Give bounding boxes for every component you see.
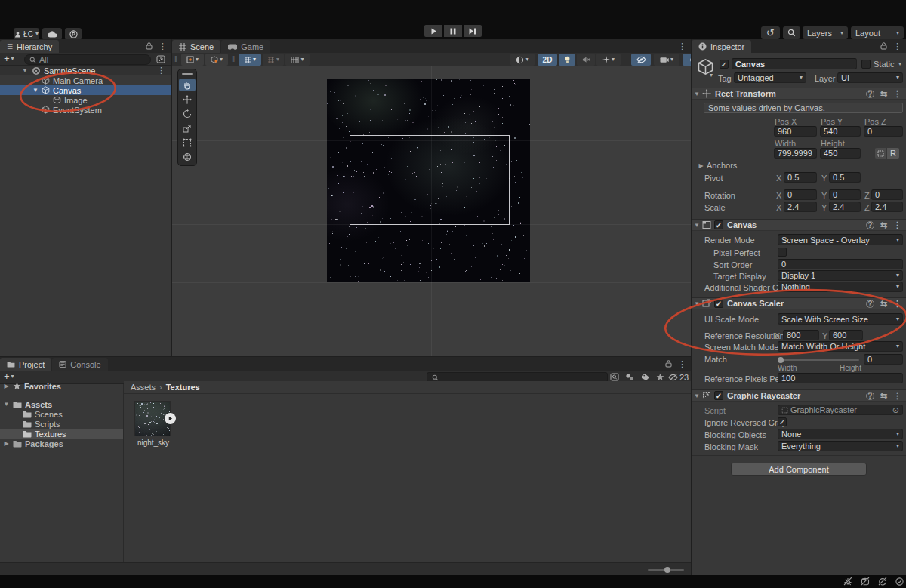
hierarchy-search[interactable]: [24, 54, 151, 65]
layout-dropdown[interactable]: Layout ▾: [851, 26, 904, 39]
tools-drag-handle[interactable]: [182, 73, 193, 75]
hierarchy-add-button[interactable]: + ▾: [4, 54, 14, 63]
kebab-menu-icon[interactable]: ⋮: [678, 42, 686, 51]
lock-icon[interactable]: [880, 42, 887, 50]
thumbnail-size-slider[interactable]: [648, 569, 684, 571]
tab-console[interactable]: Console: [52, 358, 107, 371]
tab-game[interactable]: Game: [221, 40, 270, 53]
move-tool[interactable]: [179, 93, 196, 106]
kebab-menu-icon[interactable]: ⋮: [893, 299, 901, 309]
kebab-menu-icon[interactable]: ⋮: [678, 359, 686, 369]
scale-z-field[interactable]: 2.4: [871, 202, 903, 212]
presets-icon[interactable]: ⇆: [880, 220, 887, 230]
foldout-icon[interactable]: ▼: [692, 393, 702, 399]
kebab-menu-icon[interactable]: ⋮: [159, 42, 167, 51]
chevron-down-icon[interactable]: ▾: [898, 61, 901, 67]
blocking-mask-dropdown[interactable]: Everything▾: [778, 441, 903, 451]
pivot-y-field[interactable]: 0.5: [829, 172, 861, 183]
hierarchy-row-canvas[interactable]: ▼ Canvas: [0, 85, 171, 95]
scale-y-field[interactable]: 2.4: [829, 202, 861, 212]
asset-type-filter-icon[interactable]: [625, 373, 634, 381]
match-value-field[interactable]: 0: [864, 354, 903, 365]
lock-icon[interactable]: [146, 42, 153, 50]
presets-icon[interactable]: ⇆: [880, 391, 887, 401]
tab-hierarchy[interactable]: ☰ Hierarchy: [0, 40, 59, 53]
help-icon[interactable]: ?: [866, 300, 874, 308]
play-button[interactable]: [424, 25, 442, 37]
rotation-z-field[interactable]: 0: [871, 189, 903, 200]
scene-picker-icon[interactable]: [156, 55, 165, 63]
camera-settings-dropdown[interactable]: ▾: [654, 54, 680, 66]
step-button[interactable]: [464, 25, 482, 37]
add-component-button[interactable]: Add Component: [731, 463, 867, 476]
pos-x-field[interactable]: 960: [774, 126, 817, 137]
project-tree-packages[interactable]: ▶ Packages: [0, 439, 123, 448]
scale-x-field[interactable]: 2.4: [784, 202, 817, 212]
scale-tool[interactable]: [179, 122, 196, 134]
tag-dropdown[interactable]: Untagged▾: [734, 72, 806, 83]
hierarchy-search-input[interactable]: [39, 55, 146, 64]
transform-tool[interactable]: [179, 150, 196, 163]
sort-order-field[interactable]: 0: [778, 259, 903, 269]
rotation-x-field[interactable]: 0: [784, 189, 817, 200]
audio-mute-button[interactable]: [577, 54, 595, 66]
reference-pixels-field[interactable]: 100: [778, 373, 903, 383]
ui-scale-mode-dropdown[interactable]: Scale With Screen Size▾: [778, 313, 903, 325]
project-tree-scripts[interactable]: Scripts: [0, 419, 123, 429]
pos-z-field[interactable]: 0: [864, 126, 903, 137]
project-split-divider[interactable]: [123, 384, 124, 562]
layer-dropdown[interactable]: UI▾: [837, 72, 903, 83]
grid-snapping-dropdown[interactable]: ▾: [239, 54, 261, 66]
label-filter-icon[interactable]: [641, 373, 650, 381]
help-icon[interactable]: ?: [866, 392, 874, 400]
hierarchy-row-main-camera[interactable]: Main Camera: [0, 75, 171, 85]
cache-server-disabled-icon[interactable]: [861, 577, 870, 586]
tab-inspector[interactable]: Inspector: [692, 40, 751, 53]
help-icon[interactable]: ?: [866, 221, 874, 229]
ignore-reversed-checkbox[interactable]: ✓: [778, 417, 787, 426]
tab-scene[interactable]: Scene: [172, 40, 220, 53]
snap-increment-dropdown[interactable]: ▾: [285, 54, 310, 66]
object-name-field[interactable]: Canvas: [732, 58, 857, 69]
static-checkbox[interactable]: [861, 60, 871, 69]
debugger-detached-icon[interactable]: [843, 577, 852, 586]
width-field[interactable]: 799.9999: [774, 148, 817, 159]
anchors-foldout[interactable]: ▶ Anchors: [698, 161, 737, 170]
kebab-menu-icon[interactable]: ⋮: [893, 42, 901, 51]
kebab-menu-icon[interactable]: ⋮: [893, 89, 901, 99]
hierarchy-row-samplescene[interactable]: ▼ SampleScene ⋮: [0, 66, 171, 75]
pivot-x-field[interactable]: 0.5: [784, 172, 817, 183]
version-control-button[interactable]: [65, 28, 82, 40]
blocking-objects-dropdown[interactable]: None▾: [778, 429, 903, 439]
scene-visibility-button[interactable]: [631, 54, 651, 66]
graphic-raycaster-header[interactable]: ▼ ✓ Graphic Raycaster ?⇆⋮: [692, 389, 906, 402]
target-display-dropdown[interactable]: Display 1▾: [778, 270, 903, 281]
asset-item-night-sky[interactable]: night_sky: [134, 401, 172, 448]
active-checkbox[interactable]: ✓: [720, 60, 729, 69]
tool-handle-rotation-dropdown[interactable]: ▾: [205, 54, 228, 66]
rotation-y-field[interactable]: 0: [829, 189, 861, 200]
presets-icon[interactable]: ⇆: [880, 299, 887, 309]
pixel-perfect-checkbox[interactable]: [778, 248, 787, 257]
project-tree-assets[interactable]: ▼ Assets: [0, 399, 123, 409]
scene-lighting-button[interactable]: [559, 54, 575, 66]
breadcrumb-root[interactable]: Assets: [131, 383, 156, 392]
foldout-icon[interactable]: ▼: [21, 67, 29, 74]
chevron-down-icon[interactable]: ▾: [710, 72, 713, 79]
pause-button[interactable]: [444, 25, 462, 37]
drag-handle[interactable]: ‖: [174, 55, 177, 63]
layers-dropdown[interactable]: Layers ▾: [803, 26, 848, 39]
help-icon[interactable]: ?: [866, 90, 874, 98]
panel-divider-vertical[interactable]: [171, 39, 172, 356]
tool-handle-position-dropdown[interactable]: ▾: [181, 54, 204, 66]
asset-preview-play-button[interactable]: [165, 413, 176, 424]
canvas-header[interactable]: ▼ ✓ Canvas ?⇆⋮: [692, 219, 906, 231]
blueprint-r-button[interactable]: R: [887, 148, 899, 159]
foldout-icon[interactable]: ▼: [692, 91, 702, 97]
render-mode-dropdown[interactable]: Screen Space - Overlay▾: [778, 234, 903, 245]
rotate-tool[interactable]: [179, 107, 196, 120]
project-tree-scenes[interactable]: Scenes: [0, 409, 123, 419]
canvas-scaler-header[interactable]: ▼ ✓ Canvas Scaler ?⇆⋮: [692, 297, 906, 309]
foldout-icon[interactable]: ▶: [3, 440, 10, 447]
hierarchy-row-image[interactable]: Image: [0, 95, 171, 105]
